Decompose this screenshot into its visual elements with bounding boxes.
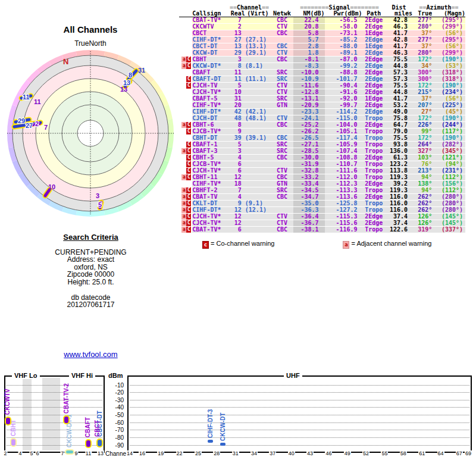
cell-noise-margin: -8.3 bbox=[293, 63, 325, 70]
cell-real-channel: 5 bbox=[228, 142, 245, 148]
cell-real-channel: 6 bbox=[228, 161, 245, 168]
cell-magnetic-azimuth: (280°) bbox=[432, 194, 465, 201]
channel-marker-label: 7 bbox=[44, 124, 48, 131]
cell-true-azimuth: 27° bbox=[412, 109, 432, 115]
cell-magnetic-azimuth: (190°) bbox=[432, 83, 465, 89]
cell-true-azimuth: 226° bbox=[412, 122, 432, 129]
cell-noise-margin: 2.8 bbox=[293, 43, 325, 50]
cell-real-channel: 9 bbox=[228, 129, 245, 135]
table-row: CBAFT 11 SRC -10.0 -88.8 2Edge 57.3 300°… bbox=[179, 70, 465, 76]
cell-path: 2Edge bbox=[362, 122, 386, 129]
cell-virtual-channel bbox=[245, 227, 271, 233]
cell-callsign: CBHT-11 bbox=[192, 174, 228, 181]
cell-path: 2Edge bbox=[362, 24, 386, 30]
table-row: C CJCH-TV* 6 CTV -32.8 -111.6 Tropo 113.… bbox=[179, 168, 465, 174]
cell-path: 1Edge bbox=[362, 43, 386, 50]
cell-distance: 122.6 bbox=[386, 227, 412, 233]
warning-cell: C bbox=[179, 142, 192, 148]
cell-true-azimuth: 37° bbox=[412, 30, 432, 37]
table-row: CBAT-TV* 7 CBC 22.4 -56.5 2Edge 42.8 277… bbox=[179, 17, 465, 24]
signal-bar bbox=[5, 417, 11, 425]
gridline bbox=[130, 400, 469, 400]
cell-virtual-channel bbox=[245, 161, 271, 168]
cell-network: CBC bbox=[271, 30, 293, 37]
cell-power: -91.6 bbox=[325, 89, 362, 96]
cell-virtual-channel bbox=[245, 181, 271, 187]
cell-virtual-channel bbox=[245, 89, 271, 96]
cell-network: CBC bbox=[271, 57, 293, 63]
cell-callsign: CBCT bbox=[192, 30, 228, 37]
co-channel-warning-icon: C bbox=[186, 174, 191, 180]
cell-power: -117.4 bbox=[325, 135, 362, 142]
cell-real-channel: 10 bbox=[228, 89, 245, 96]
cell-network: CTV bbox=[271, 50, 293, 57]
spectrum-gap-band bbox=[23, 378, 32, 450]
cell-true-azimuth: 103° bbox=[412, 155, 432, 161]
cell-path: 2Edge bbox=[362, 102, 386, 109]
dbm-tick-label: -90 bbox=[107, 442, 124, 449]
cell-real-channel: 7 bbox=[228, 17, 245, 24]
cell-virtual-channel bbox=[245, 220, 271, 227]
cell-magnetic-azimuth: (112°) bbox=[432, 187, 465, 194]
table-row: CBHT-DT 39 (39.1) CBC -26.5 -117.4 Tropo… bbox=[179, 135, 465, 142]
cell-noise-margin: -27.1 bbox=[293, 142, 325, 148]
cell-path: 2Edge bbox=[362, 155, 386, 161]
adjacent-channel-warning-icon: a bbox=[181, 174, 186, 180]
col-miles: miles bbox=[386, 11, 412, 17]
cell-true-azimuth: 94° bbox=[412, 174, 432, 181]
cell-virtual-channel bbox=[245, 155, 271, 161]
co-channel-warning-icon: C bbox=[186, 83, 191, 89]
signal-strength-chart: VHF Lo VHF Hi UHF dBm Channel -10-20-30-… bbox=[0, 368, 476, 457]
warning-cell: aC bbox=[179, 63, 192, 70]
cell-power: -113.3 bbox=[325, 187, 362, 194]
cell-magnetic-azimuth: (295°) bbox=[432, 37, 465, 43]
cell-magnetic-azimuth: (56°) bbox=[432, 43, 465, 50]
warning-cell: C bbox=[179, 76, 192, 83]
cell-power: -114.2 bbox=[325, 109, 362, 115]
cell-virtual-channel bbox=[245, 70, 271, 76]
cell-callsign: CJCB-TV* bbox=[192, 161, 228, 168]
cell-callsign: CBAFT-1 bbox=[192, 142, 228, 148]
cell-callsign: CBAFT-3 bbox=[192, 148, 228, 155]
channel-marker-label: 11 bbox=[23, 93, 30, 101]
cell-callsign: CJCH-TV* bbox=[192, 220, 228, 227]
signal-bar-label: CBAFT bbox=[85, 418, 91, 438]
adjacent-channel-warning-icon: a bbox=[181, 201, 186, 206]
cell-path: Tropo bbox=[362, 168, 386, 174]
cell-network: CTV bbox=[271, 168, 293, 174]
cell-path: Tropo bbox=[362, 201, 386, 207]
cell-magnetic-azimuth: (244°) bbox=[432, 122, 465, 129]
cell-noise-margin: -31.9 bbox=[293, 161, 325, 168]
table-row: CIHF-TV* 18 GTN -33.4 -112.3 2Edge 39.2 … bbox=[179, 181, 465, 187]
adjacent-channel-warning-icon: a bbox=[181, 122, 186, 128]
table-row: aC CKCW-DT* 8 (8.1) -8.3 -99.2 2Edge 44.… bbox=[179, 63, 465, 70]
cell-true-azimuth: 37° bbox=[412, 96, 432, 102]
cell-path: 2Edge bbox=[362, 194, 386, 201]
co-channel-warning-icon: c bbox=[202, 241, 209, 249]
cell-real-channel: 4 bbox=[228, 155, 245, 161]
cell-distance: 64.7 bbox=[386, 122, 412, 129]
cell-path: Tropo bbox=[362, 227, 386, 233]
cell-noise-margin: 20.8 bbox=[293, 24, 325, 30]
cell-virtual-channel bbox=[245, 30, 271, 37]
cell-path: 2Edge bbox=[362, 76, 386, 83]
dbm-tick-label: -20 bbox=[107, 389, 124, 396]
cell-true-azimuth: 172° bbox=[412, 135, 432, 142]
co-channel-warning-icon: C bbox=[186, 76, 191, 82]
cell-network: CBC bbox=[271, 17, 293, 24]
cell-path: 2Edge bbox=[362, 37, 386, 43]
cell-network: SRC bbox=[271, 148, 293, 155]
cell-distance: 79.0 bbox=[386, 129, 412, 135]
co-channel-warning-icon: C bbox=[186, 148, 191, 154]
warning-cell: C bbox=[179, 129, 192, 135]
cell-true-azimuth: 262° bbox=[412, 207, 432, 214]
table-row: aC CKLT-DT 9 (9.1) -35.0 -125.8 Tropo 11… bbox=[179, 201, 465, 207]
co-channel-warning-icon: C bbox=[186, 155, 191, 161]
dist-group-header: Dist bbox=[386, 5, 412, 11]
cell-real-channel: 12 bbox=[228, 220, 245, 227]
cell-virtual-channel bbox=[245, 24, 271, 30]
channel-tick-label: 52 bbox=[362, 450, 369, 456]
cell-power: -112.0 bbox=[325, 174, 362, 181]
table-row: aC CBHT-6 8 CBC -25.2 -104.0 2Edge 64.7 … bbox=[179, 122, 465, 129]
tvfool-link[interactable]: www.tvfool.com bbox=[64, 350, 117, 359]
